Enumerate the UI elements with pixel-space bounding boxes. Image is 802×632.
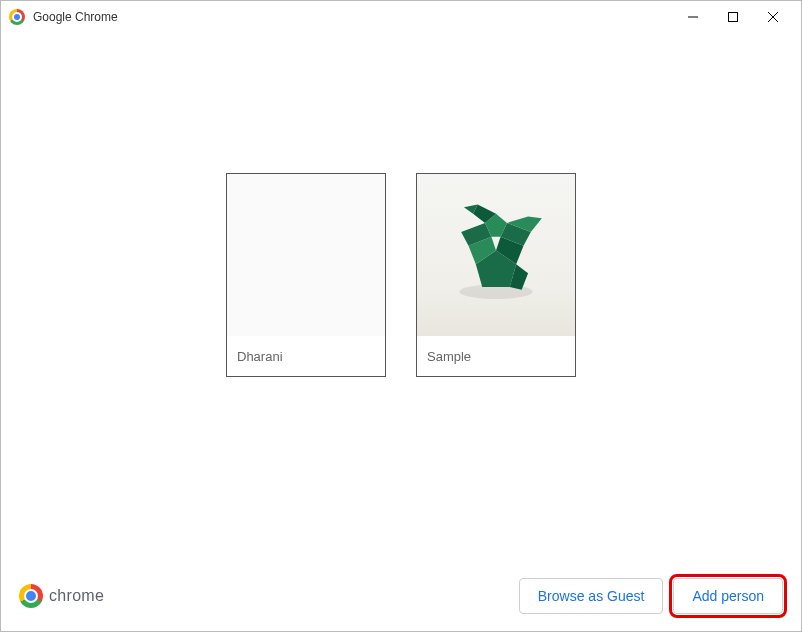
minimize-button[interactable] <box>673 4 713 30</box>
titlebar: Google Chrome <box>1 1 801 33</box>
window-title: Google Chrome <box>33 10 673 24</box>
profile-picker-main: Dharani Sample <box>1 33 801 561</box>
profile-card-sample[interactable]: Sample <box>416 173 576 377</box>
add-person-button[interactable]: Add person <box>673 578 783 614</box>
profile-card-dharani[interactable]: Dharani <box>226 173 386 377</box>
footer-brand-text: chrome <box>49 587 104 605</box>
profile-avatar <box>227 174 385 336</box>
footer-brand: chrome <box>19 584 104 608</box>
profile-list: Dharani Sample <box>226 173 576 377</box>
chrome-icon <box>9 9 25 25</box>
chrome-icon <box>19 584 43 608</box>
profile-name-label: Sample <box>417 336 575 376</box>
browse-as-guest-button[interactable]: Browse as Guest <box>519 578 664 614</box>
origami-dragon-icon <box>441 200 551 310</box>
footer: chrome Browse as Guest Add person <box>1 561 801 631</box>
profile-name-label: Dharani <box>227 336 385 376</box>
close-button[interactable] <box>753 4 793 30</box>
svg-rect-1 <box>729 13 738 22</box>
footer-buttons: Browse as Guest Add person <box>519 578 783 614</box>
window-controls <box>673 4 793 30</box>
maximize-button[interactable] <box>713 4 753 30</box>
profile-avatar <box>417 174 575 336</box>
